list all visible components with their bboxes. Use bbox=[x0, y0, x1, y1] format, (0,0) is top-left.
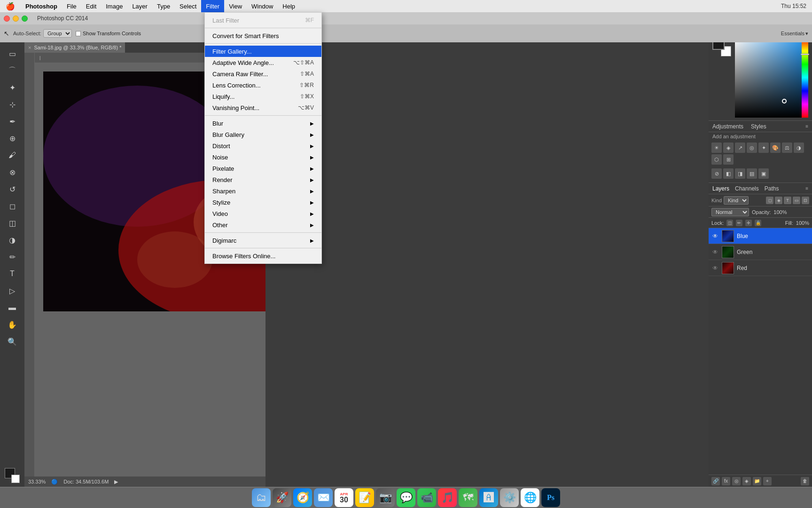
blend-mode-dropdown[interactable]: Normal Multiply Screen Overlay bbox=[711, 208, 749, 216]
layer-blue[interactable]: 👁 Blue bbox=[709, 228, 812, 244]
menu-vanishing-point[interactable]: Vanishing Point... ⌥⌘V bbox=[205, 102, 321, 113]
menubar-view[interactable]: View bbox=[224, 0, 247, 12]
filter-pixel[interactable]: ◻ bbox=[766, 197, 773, 204]
pen-tool[interactable]: ✏ bbox=[5, 249, 20, 264]
new-fill-adjustment[interactable]: ◈ bbox=[742, 477, 751, 485]
menu-convert-smart-filters[interactable]: Convert for Smart Filters bbox=[205, 30, 321, 41]
dock-facetime[interactable]: 📹 bbox=[417, 488, 436, 507]
menubar-help[interactable]: Help bbox=[278, 0, 300, 12]
filter-type[interactable]: T bbox=[784, 197, 791, 204]
healing-tool[interactable]: ⊕ bbox=[5, 131, 20, 146]
new-group[interactable]: 📁 bbox=[753, 477, 761, 485]
menu-last-filter[interactable]: Last Filter ⌘F bbox=[205, 15, 321, 26]
rectangle-tool[interactable]: ▬ bbox=[5, 300, 20, 315]
adj-invert[interactable]: ⊘ bbox=[711, 168, 722, 179]
layers-collapse[interactable]: ≡ bbox=[805, 186, 808, 191]
auto-select-dropdown[interactable]: Group Layer bbox=[43, 29, 72, 38]
add-mask[interactable]: ◎ bbox=[732, 477, 741, 485]
crop-tool[interactable]: ⊹ bbox=[5, 97, 20, 112]
adj-selective-color[interactable]: ▣ bbox=[758, 168, 769, 179]
new-layer[interactable]: + bbox=[763, 477, 772, 485]
menu-blur-gallery[interactable]: Blur Gallery ▶ bbox=[205, 129, 321, 140]
menu-liquify[interactable]: Liquify... ⇧⌘X bbox=[205, 91, 321, 102]
layer-green-visibility[interactable]: 👁 bbox=[711, 248, 719, 256]
adj-brightness[interactable]: ☀ bbox=[711, 143, 722, 153]
lock-position[interactable]: ✛ bbox=[745, 220, 752, 226]
workspace-dropdown-arrow[interactable]: ▾ bbox=[805, 31, 808, 37]
eyedropper-tool[interactable]: ✒ bbox=[5, 114, 20, 129]
dock-photos[interactable]: 📷 bbox=[376, 488, 395, 507]
hue-strip[interactable] bbox=[802, 38, 808, 118]
adj-photo-filter[interactable]: ⬡ bbox=[711, 154, 722, 165]
filter-shape[interactable]: ▭ bbox=[793, 197, 800, 204]
adj-vibrance[interactable]: ✦ bbox=[758, 143, 769, 153]
type-tool[interactable]: T bbox=[5, 266, 20, 281]
adj-channel-mix[interactable]: ⊞ bbox=[723, 154, 734, 165]
menubar-photoshop[interactable]: Photoshop bbox=[21, 0, 62, 12]
lock-all[interactable]: 🔒 bbox=[755, 220, 761, 226]
adj-color-balance[interactable]: ⚖ bbox=[782, 143, 792, 153]
menubar-select[interactable]: Select bbox=[175, 0, 201, 12]
move-tool-icon[interactable]: ↖ bbox=[4, 30, 9, 37]
menubar-edit[interactable]: Edit bbox=[81, 0, 101, 12]
menu-video[interactable]: Video ▶ bbox=[205, 208, 321, 219]
dock-chrome[interactable]: 🌐 bbox=[521, 488, 539, 507]
adjustments-collapse[interactable]: ≡ bbox=[805, 124, 808, 129]
background-color[interactable] bbox=[11, 475, 20, 483]
dock-system-prefs[interactable]: ⚙️ bbox=[500, 488, 519, 507]
layer-green[interactable]: 👁 Green bbox=[709, 244, 812, 260]
adj-levels[interactable]: ◈ bbox=[723, 143, 734, 153]
delete-layer[interactable]: 🗑 bbox=[801, 477, 809, 485]
styles-title[interactable]: Styles bbox=[751, 123, 766, 130]
filter-adjustment[interactable]: ◈ bbox=[775, 197, 782, 204]
close-doc-button[interactable]: × bbox=[28, 45, 31, 50]
menubar-filter[interactable]: Filter bbox=[201, 0, 224, 12]
fx-button[interactable]: fx bbox=[722, 477, 730, 485]
menubar-file[interactable]: File bbox=[62, 0, 81, 12]
dock-mail[interactable]: ✉️ bbox=[314, 488, 333, 507]
dock-finder[interactable]: 🗂 bbox=[252, 488, 271, 507]
menubar-type[interactable]: Type bbox=[152, 0, 175, 12]
adj-curves[interactable]: ↗ bbox=[735, 143, 745, 153]
fill-value[interactable]: 100% bbox=[796, 220, 809, 226]
apple-menu[interactable]: 🍎 bbox=[0, 2, 21, 11]
paths-tab[interactable]: Paths bbox=[765, 185, 779, 192]
link-layers[interactable]: 🔗 bbox=[711, 477, 720, 485]
menubar-image[interactable]: Image bbox=[101, 0, 127, 12]
hand-tool[interactable]: ✋ bbox=[5, 317, 20, 332]
color-gradient[interactable] bbox=[735, 38, 805, 118]
menu-browse-filters[interactable]: Browse Filters Online... bbox=[205, 250, 321, 262]
menu-filter-gallery[interactable]: Filter Gallery... bbox=[205, 46, 321, 57]
adj-bw[interactable]: ◑ bbox=[794, 143, 804, 153]
menubar-layer[interactable]: Layer bbox=[127, 0, 152, 12]
menu-noise[interactable]: Noise ▶ bbox=[205, 151, 321, 163]
menu-other[interactable]: Other ▶ bbox=[205, 219, 321, 230]
lasso-tool[interactable]: ⌒ bbox=[5, 63, 20, 78]
layer-red-visibility[interactable]: 👁 bbox=[711, 264, 719, 272]
kind-filter-dropdown[interactable]: Kind bbox=[724, 196, 749, 205]
dock-messages[interactable]: 💬 bbox=[397, 488, 415, 507]
menu-sharpen[interactable]: Sharpen ▶ bbox=[205, 185, 321, 197]
dock-launchpad[interactable]: 🚀 bbox=[273, 488, 291, 507]
color-picker-area[interactable] bbox=[709, 36, 812, 120]
menu-stylize[interactable]: Stylize ▶ bbox=[205, 197, 321, 208]
path-selection-tool[interactable]: ▷ bbox=[5, 283, 20, 298]
adj-threshold[interactable]: ◨ bbox=[735, 168, 745, 179]
marquee-tool[interactable]: ▭ bbox=[5, 46, 20, 61]
menubar-window[interactable]: Window bbox=[247, 0, 278, 12]
layer-red[interactable]: 👁 Red bbox=[709, 260, 812, 276]
close-button[interactable] bbox=[4, 16, 10, 22]
menu-distort[interactable]: Distort ▶ bbox=[205, 140, 321, 151]
gradient-tool[interactable]: ◫ bbox=[5, 215, 20, 230]
minimize-button[interactable] bbox=[13, 16, 19, 22]
layer-blue-visibility[interactable]: 👁 bbox=[711, 232, 719, 240]
adj-exposure[interactable]: ◎ bbox=[747, 143, 757, 153]
adj-posterize[interactable]: ◧ bbox=[723, 168, 734, 179]
dock-notes[interactable]: 📝 bbox=[355, 488, 374, 507]
menu-lens-correction[interactable]: Lens Correction... ⇧⌘R bbox=[205, 79, 321, 91]
menu-digimarc[interactable]: Digimarc ▶ bbox=[205, 235, 321, 246]
opacity-value[interactable]: 100% bbox=[773, 209, 787, 215]
transform-controls-checkbox[interactable] bbox=[76, 31, 81, 36]
eraser-tool[interactable]: ◻ bbox=[5, 198, 20, 214]
dock-calendar[interactable]: APR 30 bbox=[335, 488, 353, 507]
